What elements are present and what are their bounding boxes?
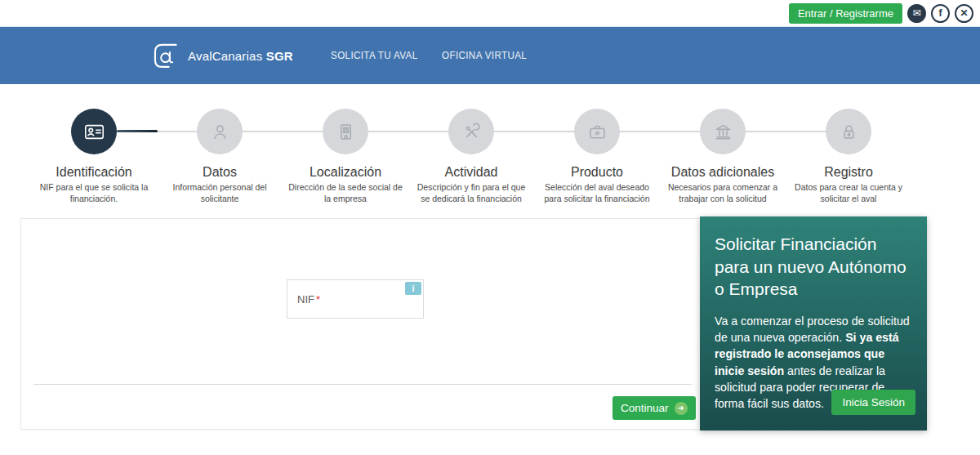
brand-name-text: AvalCanarias xyxy=(188,49,262,63)
nif-field-wrapper: NIF* i xyxy=(287,279,424,319)
brand-header: AvalCanarias SGR SOLICITA TU AVAL OFICIN… xyxy=(0,27,980,84)
facebook-icon[interactable]: f xyxy=(931,4,950,23)
id-card-icon xyxy=(71,109,117,154)
step-title: Datos adicionales xyxy=(660,165,786,180)
step-title: Localización xyxy=(283,165,408,180)
brand-suffix-text: SGR xyxy=(266,49,293,63)
continue-button[interactable]: Continuar ➜ xyxy=(612,396,696,420)
step-title: Registro xyxy=(786,165,911,180)
building-icon xyxy=(323,109,368,154)
promo-panel: Solicitar Financiación para un nuevo Aut… xyxy=(700,216,927,430)
step-subtitle: Necesarios para comenzar a trabajar con … xyxy=(660,182,786,204)
step-identificacion: Identificación NIF para el que se solici… xyxy=(31,84,157,204)
step-subtitle: Datos para crear la cuenta y solicitar e… xyxy=(786,182,911,204)
step-datos-adicionales: Datos adicionales Necesarios para comenz… xyxy=(660,84,786,204)
step-title: Actividad xyxy=(408,165,534,180)
steps-row: Identificación NIF para el que se solici… xyxy=(31,84,911,204)
promo-title: Solicitar Financiación para un nuevo Aut… xyxy=(715,233,912,301)
arrow-right-icon: ➜ xyxy=(675,402,688,415)
lock-icon xyxy=(826,109,871,154)
avalcanarias-logo-icon[interactable] xyxy=(151,41,180,70)
step-title: Datos xyxy=(157,165,283,180)
top-utility-bar: Entrar / Registrarme ✉ f ✕ xyxy=(0,0,980,27)
twitter-x-icon[interactable]: ✕ xyxy=(955,4,973,23)
nif-input[interactable] xyxy=(287,280,423,318)
briefcase-icon xyxy=(574,109,620,154)
nav-oficina-virtual[interactable]: OFICINA VIRTUAL xyxy=(442,50,527,61)
card-divider xyxy=(33,384,692,385)
step-title: Identificación xyxy=(31,165,157,180)
tools-icon xyxy=(448,109,494,154)
step-subtitle: NIF para el que se solicita la financiac… xyxy=(31,182,157,204)
envelope-icon[interactable]: ✉ xyxy=(907,4,926,23)
inicia-sesion-button[interactable]: Inicia Sesión xyxy=(831,390,915,415)
page: Entrar / Registrarme ✉ f ✕ AvalCanarias … xyxy=(0,0,980,455)
step-registro: Registro Datos para crear la cuenta y so… xyxy=(786,84,911,204)
bank-icon xyxy=(700,109,746,154)
step-actividad: Actividad Descripción y fin para el que … xyxy=(408,84,534,204)
step-localizacion: Localización Dirección de la sede social… xyxy=(283,84,408,204)
continue-button-label: Continuar xyxy=(621,402,669,414)
nav-solicita-tu-aval[interactable]: SOLICITA TU AVAL xyxy=(331,50,418,61)
step-producto: Producto Selección del aval deseado para… xyxy=(534,84,660,204)
info-icon[interactable]: i xyxy=(405,282,421,295)
wizard-stepper: Identificación NIF para el que se solici… xyxy=(0,84,980,218)
person-icon xyxy=(197,109,243,154)
step-datos: Datos Información personal del solicitan… xyxy=(157,84,283,204)
step-title: Producto xyxy=(534,165,660,180)
login-register-button[interactable]: Entrar / Registrarme xyxy=(789,3,902,24)
step-subtitle: Descripción y fin para el que se dedicar… xyxy=(408,182,534,204)
main-nav: SOLICITA TU AVAL OFICINA VIRTUAL xyxy=(331,50,534,61)
step-subtitle: Selección del aval deseado para solicita… xyxy=(534,182,660,204)
brand-name[interactable]: AvalCanarias SGR xyxy=(188,49,293,63)
step-subtitle: Dirección de la sede social de la empres… xyxy=(283,182,408,204)
step-subtitle: Información personal del solicitante xyxy=(157,182,283,204)
